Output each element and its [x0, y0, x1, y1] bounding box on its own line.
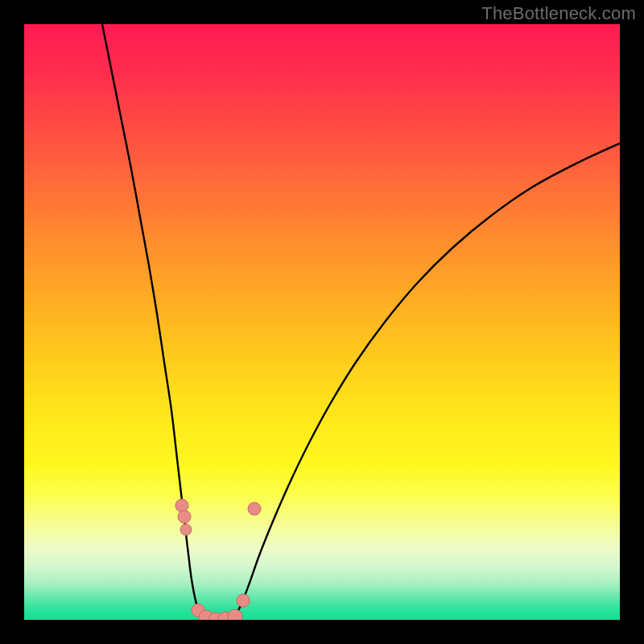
watermark-text: TheBottleneck.com	[481, 3, 636, 24]
plot-area	[24, 24, 620, 620]
gradient-background	[24, 24, 620, 620]
outer-frame: TheBottleneck.com	[0, 0, 644, 644]
